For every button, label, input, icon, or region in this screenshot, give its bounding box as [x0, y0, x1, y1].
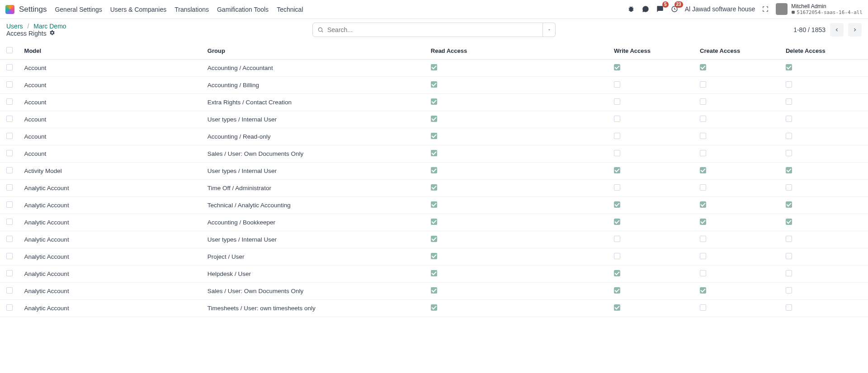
col-delete[interactable]: Delete Access [782, 42, 868, 60]
col-model[interactable]: Model [21, 42, 204, 60]
write-checkbox[interactable] [614, 270, 620, 276]
write-checkbox[interactable] [614, 304, 620, 311]
col-group[interactable]: Group [204, 42, 427, 60]
read-checkbox[interactable] [431, 270, 437, 276]
create-checkbox[interactable] [700, 167, 706, 173]
delete-checkbox[interactable] [786, 270, 792, 276]
row-checkbox[interactable] [6, 304, 13, 311]
write-checkbox[interactable] [614, 201, 620, 208]
read-checkbox[interactable] [431, 253, 437, 259]
table-row[interactable]: Analytic AccountSales / User: Own Docume… [0, 283, 868, 300]
create-checkbox[interactable] [700, 253, 706, 259]
activities-icon[interactable]: 23 [670, 5, 679, 13]
row-checkbox[interactable] [6, 64, 13, 70]
expand-icon[interactable] [761, 5, 769, 13]
read-checkbox[interactable] [431, 287, 437, 294]
table-row[interactable]: Activity ModelUser types / Internal User [0, 163, 868, 180]
delete-checkbox[interactable] [786, 236, 792, 242]
table-row[interactable]: Analytic AccountTime Off / Administrator [0, 180, 868, 197]
write-checkbox[interactable] [614, 184, 620, 191]
read-checkbox[interactable] [431, 184, 437, 191]
write-checkbox[interactable] [614, 167, 620, 173]
write-checkbox[interactable] [614, 98, 620, 105]
nav-item-users[interactable]: Users & Companies [110, 6, 167, 13]
create-checkbox[interactable] [700, 219, 706, 225]
delete-checkbox[interactable] [786, 150, 792, 156]
delete-checkbox[interactable] [786, 219, 792, 225]
delete-checkbox[interactable] [786, 253, 792, 259]
col-read[interactable]: Read Access [427, 42, 610, 60]
read-checkbox[interactable] [431, 201, 437, 208]
create-checkbox[interactable] [700, 64, 706, 70]
delete-checkbox[interactable] [786, 64, 792, 70]
create-checkbox[interactable] [700, 270, 706, 276]
create-checkbox[interactable] [700, 201, 706, 208]
read-checkbox[interactable] [431, 236, 437, 242]
row-checkbox[interactable] [6, 201, 13, 208]
row-checkbox[interactable] [6, 219, 13, 225]
read-checkbox[interactable] [431, 304, 437, 311]
delete-checkbox[interactable] [786, 133, 792, 139]
write-checkbox[interactable] [614, 253, 620, 259]
pager-next-button[interactable] [848, 23, 862, 37]
search-input-wrap[interactable] [312, 23, 543, 37]
read-checkbox[interactable] [431, 81, 437, 88]
nav-item-gamification[interactable]: Gamification Tools [217, 6, 269, 13]
write-checkbox[interactable] [614, 116, 620, 122]
row-checkbox[interactable] [6, 98, 13, 105]
delete-checkbox[interactable] [786, 201, 792, 208]
create-checkbox[interactable] [700, 133, 706, 139]
breadcrumb-current[interactable]: Marc Demo [33, 23, 66, 30]
row-checkbox[interactable] [6, 133, 13, 139]
read-checkbox[interactable] [431, 98, 437, 105]
pager-prev-button[interactable] [830, 23, 844, 37]
create-checkbox[interactable] [700, 304, 706, 311]
create-checkbox[interactable] [700, 116, 706, 122]
table-row[interactable]: AccountAccounting / Billing [0, 77, 868, 94]
delete-checkbox[interactable] [786, 167, 792, 173]
delete-checkbox[interactable] [786, 81, 792, 88]
pager-text[interactable]: 1-80 / 1853 [793, 26, 826, 33]
row-checkbox[interactable] [6, 150, 13, 156]
delete-checkbox[interactable] [786, 116, 792, 122]
row-checkbox[interactable] [6, 253, 13, 259]
gear-icon[interactable] [49, 30, 55, 37]
read-checkbox[interactable] [431, 150, 437, 156]
read-checkbox[interactable] [431, 219, 437, 225]
select-all-checkbox[interactable] [6, 47, 13, 53]
write-checkbox[interactable] [614, 287, 620, 294]
read-checkbox[interactable] [431, 167, 437, 173]
write-checkbox[interactable] [614, 81, 620, 88]
table-row[interactable]: Analytic AccountHelpdesk / User [0, 266, 868, 283]
app-logo[interactable] [5, 5, 14, 14]
table-row[interactable]: AccountSales / User: Own Documents Only [0, 145, 868, 163]
table-row[interactable]: Analytic AccountTimesheets / User: own t… [0, 300, 868, 317]
col-create[interactable]: Create Access [696, 42, 782, 60]
table-row[interactable]: AccountUser types / Internal User [0, 111, 868, 128]
create-checkbox[interactable] [700, 98, 706, 105]
nav-item-translations[interactable]: Translations [175, 6, 209, 13]
create-checkbox[interactable] [700, 81, 706, 88]
read-checkbox[interactable] [431, 64, 437, 70]
create-checkbox[interactable] [700, 236, 706, 242]
create-checkbox[interactable] [700, 287, 706, 294]
table-row[interactable]: AccountExtra Rights / Contact Creation [0, 94, 868, 111]
nav-item-technical[interactable]: Technical [277, 6, 303, 13]
table-row[interactable]: Analytic AccountAccounting / Bookkeeper [0, 214, 868, 231]
write-checkbox[interactable] [614, 236, 620, 242]
row-checkbox[interactable] [6, 167, 13, 173]
user-menu[interactable]: Mitchell Admin 51672054-saas-16-4-all [776, 3, 863, 16]
breadcrumb-users[interactable]: Users [6, 23, 23, 30]
row-checkbox[interactable] [6, 236, 13, 242]
nav-item-general[interactable]: General Settings [55, 6, 102, 13]
messages-icon[interactable]: 5 [656, 5, 664, 13]
write-checkbox[interactable] [614, 133, 620, 139]
table-row[interactable]: AccountAccounting / Accountant [0, 60, 868, 77]
delete-checkbox[interactable] [786, 287, 792, 294]
create-checkbox[interactable] [700, 150, 706, 156]
search-options-dropdown[interactable] [543, 23, 556, 37]
app-title[interactable]: Settings [19, 5, 47, 14]
phone-icon[interactable] [642, 5, 650, 13]
write-checkbox[interactable] [614, 150, 620, 156]
row-checkbox[interactable] [6, 81, 13, 88]
